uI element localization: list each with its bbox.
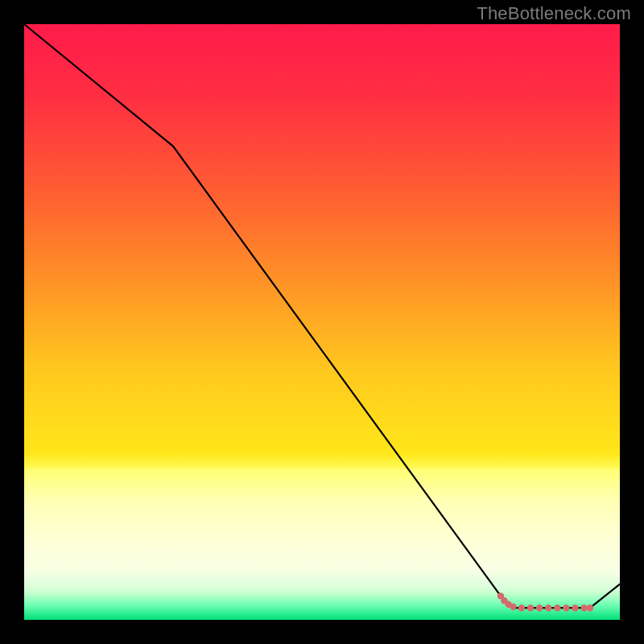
chart-stage: TheBottleneck.com <box>0 0 644 644</box>
pale-band <box>24 468 620 591</box>
highlight-dot <box>527 605 534 611</box>
watermark-text: TheBottleneck.com <box>477 3 631 24</box>
highlight-dot <box>563 605 569 611</box>
highlight-dot <box>587 605 593 611</box>
highlight-dot <box>545 605 551 611</box>
bottleneck-chart <box>0 0 644 644</box>
highlight-dot <box>536 605 543 611</box>
highlight-dot <box>580 605 587 611</box>
highlight-dot <box>554 605 560 611</box>
highlight-dot <box>572 605 578 611</box>
highlight-dot <box>510 604 516 610</box>
highlight-dot <box>518 605 525 611</box>
